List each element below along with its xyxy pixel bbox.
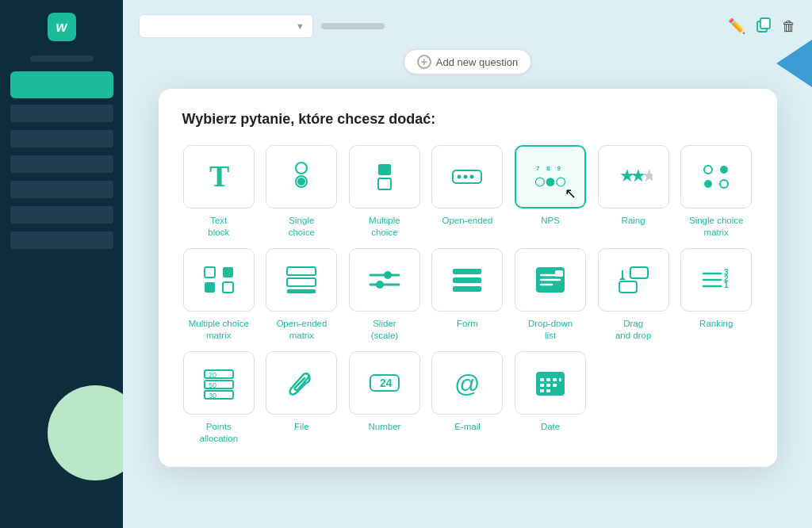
sidebar-item-5[interactable]: [10, 206, 113, 224]
svg-rect-45: [619, 281, 637, 293]
add-question-button[interactable]: + Add new question: [404, 49, 531, 75]
question-type-drag-drop[interactable]: Dragand drop: [596, 248, 670, 342]
slider-icon-box: [349, 248, 420, 312]
multiple-choice-icon-box: [349, 145, 420, 209]
delete-icon[interactable]: 🗑: [782, 18, 796, 35]
svg-rect-27: [205, 282, 215, 293]
svg-text:9: 9: [557, 165, 561, 172]
question-type-modal: Wybierz pytanie, które chcesz dodać: T T…: [159, 89, 777, 467]
drag-drop-icon-box: [598, 248, 669, 312]
question-type-open-ended-matrix[interactable]: Open-endedmatrix: [265, 248, 339, 342]
svg-rect-37: [453, 277, 481, 283]
nps-label: NPS: [541, 215, 560, 227]
number-label: Number: [368, 421, 400, 433]
question-type-number[interactable]: 24 Number: [348, 351, 422, 445]
points-allocation-label: Pointsallocation: [199, 421, 238, 445]
question-type-multiple-choice-matrix[interactable]: Multiple choicematrix: [182, 248, 256, 342]
sidebar-item-1[interactable]: [10, 105, 113, 122]
svg-point-4: [297, 178, 305, 186]
svg-rect-69: [553, 384, 557, 387]
svg-point-3: [296, 163, 307, 174]
plus-icon: +: [417, 55, 431, 69]
sidebar-item-3[interactable]: [10, 155, 113, 173]
copy-icon[interactable]: [755, 16, 772, 37]
svg-text:24: 24: [380, 377, 393, 389]
date-label: Date: [541, 421, 560, 433]
question-type-dropdown[interactable]: Drop-downlist: [514, 248, 588, 342]
modal-title: Wybierz pytanie, które chcesz dodać:: [182, 111, 753, 128]
sidebar-bar-decoration: [30, 55, 94, 62]
svg-point-33: [384, 271, 392, 279]
question-type-file[interactable]: File: [265, 351, 339, 445]
sidebar-item-active[interactable]: [10, 71, 113, 98]
survey-selector[interactable]: ▼: [139, 14, 313, 38]
svg-rect-1: [760, 18, 770, 29]
single-choice-matrix-label: Single choicematrix: [689, 215, 743, 239]
question-type-slider[interactable]: Slider(scale): [348, 248, 422, 342]
sidebar-item-6[interactable]: [10, 231, 113, 249]
question-type-text-block[interactable]: T Textblock: [182, 145, 256, 239]
svg-point-24: [720, 180, 728, 188]
question-type-raing[interactable]: ★ ★ ★ Raing: [596, 145, 670, 239]
question-type-single-choice-matrix[interactable]: Single choicematrix: [680, 145, 753, 239]
svg-rect-70: [540, 389, 544, 392]
email-label: E-mail: [454, 421, 481, 433]
svg-point-10: [464, 175, 468, 179]
dropdown-icon-box: [515, 248, 586, 312]
svg-point-22: [720, 166, 728, 174]
svg-point-15: [535, 178, 544, 186]
svg-text:T: T: [209, 159, 229, 193]
nps-icon-box: 7 8 9 ↖: [515, 145, 586, 209]
open-ended-icon-box: [431, 145, 503, 209]
svg-point-21: [704, 166, 712, 174]
text-block-label: Textblock: [208, 215, 229, 239]
question-type-ranking[interactable]: 3 2 1 Ranking: [680, 248, 753, 342]
svg-rect-66: [559, 378, 561, 381]
svg-point-35: [376, 281, 384, 289]
top-bar-decoration: [321, 23, 385, 29]
file-icon-box: [266, 351, 337, 415]
svg-rect-29: [287, 267, 316, 275]
form-label: Form: [457, 318, 478, 330]
ranking-icon-box: 3 2 1: [680, 248, 752, 312]
raing-label: Raing: [622, 215, 645, 227]
open-ended-matrix-icon-box: [266, 248, 337, 312]
question-type-nps[interactable]: 7 8 9 ↖ NPS: [514, 145, 588, 239]
svg-point-16: [546, 178, 555, 186]
slider-label: Slider(scale): [371, 318, 399, 342]
sidebar-item-4[interactable]: [10, 181, 113, 198]
multiple-choice-label: Multiplechoice: [369, 215, 400, 239]
svg-text:8: 8: [546, 165, 550, 172]
toolbar-icons: ✏️ 🗑: [728, 16, 796, 37]
text-block-icon-box: T: [183, 145, 255, 209]
question-type-multiple-choice[interactable]: Multiplechoice: [348, 145, 422, 239]
svg-point-23: [704, 180, 712, 188]
svg-text:20: 20: [209, 371, 216, 379]
svg-rect-63: [540, 378, 544, 381]
question-type-points-allocation[interactable]: 20 50 30 Pointsallocation: [182, 351, 256, 445]
question-type-form[interactable]: Form: [431, 248, 504, 342]
svg-rect-68: [546, 384, 550, 387]
svg-rect-71: [546, 389, 550, 392]
svg-text:★: ★: [642, 166, 653, 186]
question-type-single-choice[interactable]: Singlechoice: [265, 145, 339, 239]
sidebar-item-2[interactable]: [10, 130, 113, 147]
app-logo[interactable]: w: [48, 13, 76, 41]
question-type-open-ended[interactable]: Open-ended: [431, 145, 504, 239]
question-type-date[interactable]: Date: [514, 351, 588, 445]
edit-icon[interactable]: ✏️: [728, 17, 745, 35]
svg-rect-67: [540, 384, 544, 387]
open-ended-label: Open-ended: [442, 215, 493, 227]
question-type-email[interactable]: @ E-mail: [431, 351, 504, 445]
svg-point-9: [458, 175, 462, 179]
svg-rect-38: [453, 286, 481, 292]
single-choice-matrix-icon-box: [680, 145, 752, 209]
svg-text:1: 1: [724, 281, 729, 289]
svg-rect-36: [453, 269, 481, 274]
blue-arrow-decoration: [776, 40, 812, 87]
svg-rect-64: [546, 378, 550, 381]
multiple-choice-matrix-label: Multiple choicematrix: [189, 318, 249, 342]
date-icon-box: [515, 351, 586, 415]
email-icon-box: @: [431, 351, 503, 415]
svg-rect-6: [378, 164, 391, 175]
